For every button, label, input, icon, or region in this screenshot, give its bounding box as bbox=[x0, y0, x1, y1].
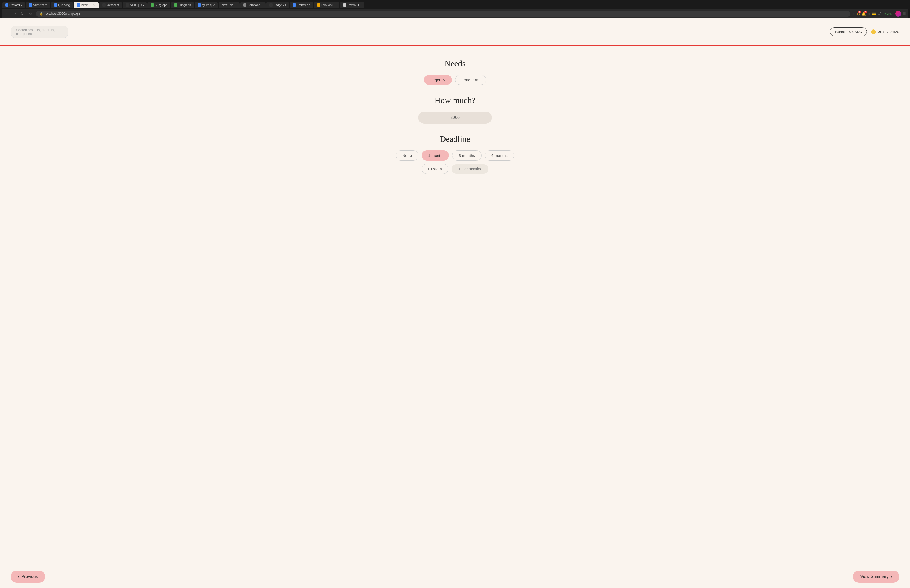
tab-textto[interactable]: Text to O... bbox=[340, 2, 364, 8]
tab-label-localhost: localh... bbox=[81, 3, 91, 6]
menu-icon[interactable]: ☰ bbox=[903, 12, 906, 16]
tab-favicon-badge bbox=[269, 3, 273, 6]
tab-close-icon[interactable]: ✕ bbox=[92, 3, 95, 7]
tab-substream[interactable]: Substream bbox=[26, 2, 50, 8]
months-input[interactable] bbox=[452, 164, 488, 174]
previous-button[interactable]: ‹ Previous bbox=[11, 571, 45, 583]
3months-button[interactable]: 3 months bbox=[452, 150, 482, 161]
main-content: Needs Urgently Long term How much? Deadl… bbox=[0, 45, 910, 588]
wallet-button[interactable]: 0xf7...A04c2C bbox=[871, 29, 899, 34]
tab-label-explorer: Explorer - bbox=[10, 3, 22, 6]
svg-text:🙌: 🙌 bbox=[443, 24, 457, 39]
tab-javascript[interactable]: javascript bbox=[99, 2, 122, 8]
forward-button[interactable]: → bbox=[11, 11, 18, 17]
view-summary-button[interactable]: View Summary › bbox=[853, 571, 899, 583]
reload-button[interactable]: ↻ bbox=[19, 11, 25, 17]
long-term-button[interactable]: Long term bbox=[455, 75, 486, 85]
tab-favicon-dollar bbox=[126, 3, 129, 6]
tab-component[interactable]: Compone... bbox=[240, 2, 266, 8]
tab-favicon-js bbox=[102, 3, 105, 6]
tab-favicon-substream bbox=[29, 3, 32, 6]
deadline-section: Deadline None 1 month 3 months 6 months … bbox=[376, 134, 534, 174]
tab-badge[interactable]: Badge - s bbox=[266, 2, 289, 8]
needs-toggle-group: Urgently Long term bbox=[376, 75, 534, 85]
tab-localhost[interactable]: localh... ✕ bbox=[74, 2, 99, 8]
bottom-nav: ‹ Previous View Summary › bbox=[0, 565, 910, 588]
tab-live[interactable]: @live que bbox=[195, 2, 218, 8]
deadline-title: Deadline bbox=[376, 134, 534, 144]
chevron-left-icon: ‹ bbox=[18, 574, 19, 579]
back-button[interactable]: ← bbox=[4, 11, 11, 17]
tab-favicon-transfer bbox=[293, 3, 296, 6]
chevron-right-icon: › bbox=[891, 574, 892, 579]
custom-button[interactable]: Custom bbox=[422, 164, 448, 174]
profile-avatar[interactable] bbox=[895, 11, 901, 16]
url-text: localhost:3000/campaign bbox=[45, 12, 80, 16]
tab-label-transfer: Transfer a bbox=[297, 3, 310, 6]
app-header: Search projects, creators, categories 🙌 … bbox=[0, 18, 910, 45]
tab-label-badge: Badge - s bbox=[273, 3, 286, 6]
tab-label-js: javascript bbox=[107, 3, 119, 6]
tab-favicon-sg2 bbox=[174, 3, 177, 6]
tab-add-button[interactable]: + bbox=[365, 2, 371, 8]
lock-icon: 🔒 bbox=[39, 12, 43, 16]
tab-newtab[interactable]: New Tab bbox=[218, 2, 239, 8]
amount-input[interactable] bbox=[418, 111, 492, 124]
custom-row: Custom bbox=[376, 164, 534, 174]
vpn-label: VPN bbox=[887, 12, 892, 15]
tab-subgraph1[interactable]: Subgraph bbox=[147, 2, 171, 8]
page-content: Search projects, creators, categories 🙌 … bbox=[0, 18, 910, 588]
tab-label-textto: Text to O... bbox=[347, 3, 361, 6]
wallet-icon[interactable]: 💳 bbox=[872, 12, 876, 16]
deadline-options-row: None 1 month 3 months 6 months bbox=[376, 150, 534, 161]
tab-label-dollar: $1.00 | US bbox=[130, 3, 144, 6]
balance-button[interactable]: Balance: 0 USDC bbox=[830, 27, 867, 36]
tab-favicon-localhost bbox=[77, 3, 80, 6]
tab-subgraph2[interactable]: Subgraph bbox=[171, 2, 194, 8]
previous-label: Previous bbox=[21, 574, 38, 579]
share-icon[interactable]: ⬆ bbox=[853, 12, 855, 16]
urgently-button[interactable]: Urgently bbox=[424, 75, 452, 85]
tab-querying[interactable]: Querying bbox=[51, 2, 73, 8]
tab-label-live: @live que bbox=[202, 3, 215, 6]
tab-label-sg1: Subgraph bbox=[155, 3, 168, 6]
tab-transfer[interactable]: Transfer a bbox=[289, 2, 314, 8]
wallet-dot-icon bbox=[871, 29, 876, 34]
header-right: Balance: 0 USDC 0xf7...A04c2C bbox=[830, 27, 899, 36]
tab-favicon-sg1 bbox=[150, 3, 154, 6]
tab-label-querying: Querying bbox=[58, 3, 70, 6]
url-bar[interactable]: 🔒 localhost:3000/campaign bbox=[36, 11, 850, 16]
address-bar: ← → ↻ ☆ 🔒 localhost:3000/campaign ⬆ ⬡ 2 … bbox=[2, 9, 908, 18]
bookmark-button[interactable]: ☆ bbox=[27, 11, 34, 17]
search-box[interactable]: Search projects, creators, categories bbox=[11, 26, 68, 38]
tab-label-newtab: New Tab bbox=[222, 3, 236, 6]
tab-favicon-comp bbox=[243, 3, 246, 6]
extensions-icon[interactable]: ⬡ 2 bbox=[857, 12, 860, 16]
nav-buttons: ← → ↻ bbox=[4, 11, 25, 17]
tab-favicon-querying bbox=[54, 3, 57, 6]
logo-container: 🙌 bbox=[441, 23, 457, 41]
vpn-icon: ● bbox=[884, 12, 886, 15]
shield-icon[interactable]: 🛡 bbox=[878, 12, 881, 16]
6months-button[interactable]: 6 months bbox=[485, 150, 514, 161]
tab-bar: Explorer - Substream Querying localh... … bbox=[2, 2, 908, 8]
tab-favicon-evm bbox=[317, 3, 320, 6]
notifications-icon[interactable]: 🔔 5 bbox=[862, 12, 866, 16]
tab-dollar[interactable]: $1.00 | US bbox=[123, 2, 147, 8]
tab-favicon-explorer bbox=[5, 3, 8, 6]
1month-button[interactable]: 1 month bbox=[422, 150, 449, 161]
tab-label-substream: Substream bbox=[33, 3, 47, 6]
none-button[interactable]: None bbox=[396, 150, 419, 161]
tab-label-comp: Compone... bbox=[247, 3, 262, 6]
app-logo: 🙌 bbox=[441, 23, 457, 41]
tab-label-sg2: Subgraph bbox=[178, 3, 191, 6]
browser-actions: ⬆ ⬡ 2 🔔 5 ⊞ 💳 🛡 ● VPN ☰ bbox=[853, 11, 906, 16]
tab-evm[interactable]: EVM on F... bbox=[314, 2, 339, 8]
needs-title: Needs bbox=[376, 59, 534, 68]
vpn-badge[interactable]: ● VPN bbox=[883, 12, 894, 16]
grid-icon[interactable]: ⊞ bbox=[867, 12, 870, 16]
tab-favicon-live bbox=[198, 3, 201, 6]
browser-chrome: Explorer - Substream Querying localh... … bbox=[0, 0, 910, 18]
tab-label-evm: EVM on F... bbox=[321, 3, 336, 6]
tab-explorer[interactable]: Explorer - bbox=[2, 2, 25, 8]
